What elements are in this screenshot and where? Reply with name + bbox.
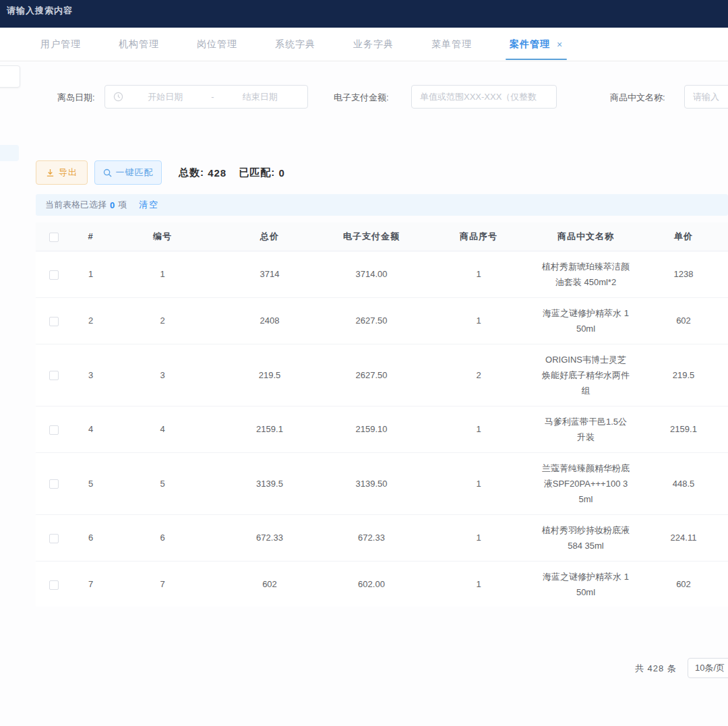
download-icon bbox=[46, 169, 55, 177]
col-header-product-seq: 商品序号 bbox=[419, 222, 538, 251]
matched-label: 已匹配: bbox=[239, 167, 275, 179]
cell-product-name: 兰蔻菁纯臻颜精华粉底液SPF20PA+++100 35ml bbox=[538, 452, 634, 514]
row-checkbox[interactable] bbox=[49, 479, 59, 489]
cell-total-price: 2159.1 bbox=[216, 406, 324, 452]
end-date-placeholder: 结束日期 bbox=[221, 91, 300, 103]
cell-product-seq: 1 bbox=[419, 561, 538, 607]
selection-suffix: 项 bbox=[118, 199, 127, 211]
cell-product-seq: 1 bbox=[419, 514, 538, 561]
cell-epay-amount: 2627.50 bbox=[324, 344, 419, 406]
cell-index: 6 bbox=[72, 514, 109, 561]
amount-input[interactable]: 单值或范围XXX-XXX（仅整数 bbox=[411, 85, 557, 109]
match-label: 一键匹配 bbox=[116, 167, 154, 179]
table-row: 6 6 672.33 672.33 1 植村秀羽纱持妆粉底液 584 35ml … bbox=[36, 514, 728, 561]
cell-number: 5 bbox=[109, 452, 216, 514]
cell-index: 5 bbox=[72, 452, 109, 514]
cell-product-seq: 1 bbox=[419, 406, 538, 452]
row-checkbox[interactable] bbox=[49, 534, 59, 543]
date-separator: - bbox=[205, 92, 221, 102]
tab-post-management[interactable]: 岗位管理 bbox=[197, 28, 237, 61]
cell-product-name: 海蓝之谜修护精萃水 150ml bbox=[538, 297, 634, 344]
cell-product-name: 植村秀新琥珀臻萃洁颜油套装 450ml*2 bbox=[538, 251, 634, 297]
amount-filter-label: 电子支付金额: bbox=[334, 92, 389, 104]
cell-epay-amount: 2627.50 bbox=[324, 297, 419, 344]
export-button[interactable]: 导出 bbox=[36, 160, 88, 185]
table-row: 5 5 3139.5 3139.50 1 兰蔻菁纯臻颜精华粉底液SPF20PA+… bbox=[36, 452, 728, 514]
cell-index: 3 bbox=[72, 344, 109, 406]
date-range-picker[interactable]: 开始日期 - 结束日期 bbox=[104, 85, 308, 109]
product-name-filter-label: 商品中文名称: bbox=[610, 92, 665, 104]
tab-system-dict[interactable]: 系统字典 bbox=[275, 28, 315, 61]
cell-number: 2 bbox=[109, 297, 216, 344]
cell-product-name: 海蓝之谜修护精萃水 150ml bbox=[538, 561, 634, 607]
col-header-number: 编号 bbox=[109, 222, 216, 251]
cell-epay-amount: 2159.10 bbox=[324, 406, 419, 452]
global-search-input[interactable]: 请输入搜索内容 bbox=[7, 5, 73, 17]
row-checkbox[interactable] bbox=[49, 580, 59, 590]
cell-total-price: 3714 bbox=[216, 251, 324, 297]
table-row: 2 2 2408 2627.50 1 海蓝之谜修护精萃水 150ml 602 bbox=[36, 297, 728, 344]
page-size-value: 10条/页 bbox=[695, 662, 725, 674]
table-row: 7 7 602 602.00 1 海蓝之谜修护精萃水 150ml 602 bbox=[36, 561, 728, 607]
selection-count: 0 bbox=[110, 200, 115, 210]
export-label: 导出 bbox=[59, 167, 78, 179]
filter-row: 离岛日期: 开始日期 - 结束日期 电子支付金额: 单值或范围XXX-XXX（仅… bbox=[0, 85, 728, 109]
cell-index: 7 bbox=[72, 561, 109, 607]
selection-prefix: 当前表格已选择 bbox=[45, 199, 107, 211]
cell-number: 7 bbox=[109, 561, 216, 607]
data-table: # 编号 总价 电子支付金额 商品序号 商品中文名称 单价 1 1 3714 3… bbox=[36, 222, 728, 607]
cell-total-price: 3139.5 bbox=[216, 452, 324, 514]
cell-number: 6 bbox=[109, 514, 216, 561]
cell-product-name: 植村秀羽纱持妆粉底液 584 35ml bbox=[538, 514, 634, 561]
cell-unit-price: 602 bbox=[634, 297, 728, 344]
col-header-total-price: 总价 bbox=[216, 222, 324, 251]
cell-product-seq: 1 bbox=[419, 251, 538, 297]
date-filter-label: 离岛日期: bbox=[57, 92, 95, 104]
cell-index: 1 bbox=[72, 251, 109, 297]
cell-product-seq: 2 bbox=[419, 344, 538, 406]
tab-user-management[interactable]: 用户管理 bbox=[40, 28, 81, 61]
product-name-placeholder: 请输入 bbox=[693, 91, 719, 103]
select-all-checkbox[interactable] bbox=[49, 233, 59, 242]
start-date-placeholder: 开始日期 bbox=[126, 91, 205, 103]
selection-bar: 当前表格已选择 0 项 清空 bbox=[36, 194, 728, 216]
pagination-total: 共 428 条 bbox=[635, 663, 677, 675]
close-icon[interactable]: × bbox=[557, 39, 563, 50]
tab-business-dict[interactable]: 业务字典 bbox=[353, 28, 394, 61]
tab-menu-management[interactable]: 菜单管理 bbox=[431, 28, 472, 61]
table-body: 1 1 3714 3714.00 1 植村秀新琥珀臻萃洁颜油套装 450ml*2… bbox=[36, 251, 728, 607]
search-icon bbox=[103, 169, 112, 177]
cell-unit-price: 224.11 bbox=[634, 514, 728, 561]
matched-value: 0 bbox=[278, 167, 284, 179]
clear-selection-link[interactable]: 清空 bbox=[139, 199, 159, 211]
cell-product-name: 马爹利蓝带干邑1.5公升装 bbox=[538, 406, 634, 452]
cell-epay-amount: 3139.50 bbox=[324, 452, 419, 514]
table-stats: 总数: 428 已匹配: 0 bbox=[179, 160, 285, 185]
tab-case-management[interactable]: 案件管理 × bbox=[510, 28, 563, 61]
cell-total-price: 602 bbox=[216, 561, 324, 607]
cell-number: 3 bbox=[109, 344, 216, 406]
cell-unit-price: 448.5 bbox=[634, 452, 728, 514]
col-header-unit-price: 单价 bbox=[634, 222, 728, 251]
tab-org-management[interactable]: 机构管理 bbox=[119, 28, 159, 61]
row-checkbox[interactable] bbox=[49, 371, 59, 380]
one-click-match-button[interactable]: 一键匹配 bbox=[94, 160, 162, 185]
cell-number: 1 bbox=[109, 251, 216, 297]
cell-product-seq: 1 bbox=[419, 452, 538, 514]
row-checkbox[interactable] bbox=[49, 317, 59, 326]
page-size-select[interactable]: 10条/页 bbox=[688, 658, 728, 678]
left-panel-stub-blue bbox=[0, 145, 19, 161]
product-name-input[interactable]: 请输入 bbox=[684, 85, 728, 109]
cell-total-price: 219.5 bbox=[216, 344, 324, 406]
row-checkbox[interactable] bbox=[49, 270, 59, 280]
cell-unit-price: 219.5 bbox=[634, 344, 728, 406]
cell-total-price: 672.33 bbox=[216, 514, 324, 561]
tab-label: 案件管理 bbox=[510, 38, 550, 51]
table-row: 1 1 3714 3714.00 1 植村秀新琥珀臻萃洁颜油套装 450ml*2… bbox=[36, 251, 728, 297]
clock-icon bbox=[113, 92, 123, 102]
cell-epay-amount: 3714.00 bbox=[324, 251, 419, 297]
cell-product-name: ORIGINS韦博士灵芝焕能好底子精华水两件组 bbox=[538, 344, 634, 406]
total-value: 428 bbox=[208, 167, 226, 179]
tab-bar: 用户管理 机构管理 岗位管理 系统字典 业务字典 菜单管理 案件管理 × bbox=[0, 28, 728, 61]
row-checkbox[interactable] bbox=[49, 425, 59, 435]
